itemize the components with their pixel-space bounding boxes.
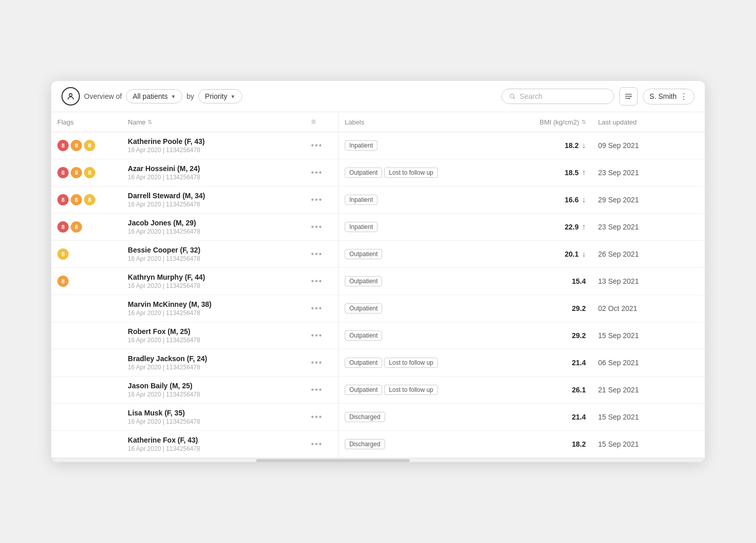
label-tag: Outpatient <box>345 249 382 259</box>
scrollbar-thumb[interactable] <box>256 459 410 462</box>
bmi-cell: 21.4 <box>508 349 592 377</box>
bmi-value: 16.6 <box>565 196 579 204</box>
flags-cell <box>51 404 122 431</box>
bmi-value: 15.4 <box>572 277 586 285</box>
row-menu-cell[interactable]: ••• <box>305 431 338 458</box>
table-row[interactable]: Katherine Fox (F, 43)16 Apr 2020 | 11342… <box>51 431 705 458</box>
name-cell[interactable]: Bradley Jackson (F, 24)16 Apr 2020 | 113… <box>122 349 305 377</box>
flag-badge-yellow: 8 <box>84 194 95 205</box>
table-row[interactable]: 8Bessie Cooper (F, 32)16 Apr 2020 | 1134… <box>51 241 705 268</box>
patient-name: Katherine Fox (F, 43) <box>128 436 299 444</box>
filter-button[interactable] <box>619 87 638 106</box>
row-menu-cell[interactable]: ••• <box>305 322 338 349</box>
table-row[interactable]: 8Kathryn Murphy (F, 44)16 Apr 2020 | 113… <box>51 268 705 295</box>
flags-cell: 8 <box>51 241 122 268</box>
name-cell[interactable]: Azar Hosseini (M, 24)16 Apr 2020 | 11342… <box>122 159 305 186</box>
patient-meta: 16 Apr 2020 | 1134256478 <box>128 445 299 452</box>
flags-header: Flags <box>51 112 122 132</box>
header: Overview of All patients ▼ by Priority ▼ <box>51 81 705 112</box>
bmi-value: 22.9 <box>565 223 579 231</box>
name-header[interactable]: Name ⇅ <box>122 112 305 132</box>
bmi-value: 26.1 <box>572 386 586 394</box>
row-menu-icon[interactable]: ••• <box>311 141 323 150</box>
table-row[interactable]: Jason Baily (M, 25)16 Apr 2020 | 1134256… <box>51 377 705 404</box>
header-right: S. Smith ⋮ <box>501 87 695 106</box>
name-cell[interactable]: Jacob Jones (M, 29)16 Apr 2020 | 1134256… <box>122 214 305 241</box>
bmi-down-icon: ↓ <box>582 195 586 204</box>
flags-cell: 888 <box>51 132 122 159</box>
patient-name: Robert Fox (M, 25) <box>128 327 299 336</box>
name-cell[interactable]: Marvin McKinney (M, 38)16 Apr 2020 | 113… <box>122 295 305 322</box>
row-menu-icon[interactable]: ••• <box>311 277 323 285</box>
name-cell[interactable]: Kathryn Murphy (F, 44)16 Apr 2020 | 1134… <box>122 268 305 295</box>
last-updated-cell: 15 Sep 2021 <box>592 404 705 431</box>
column-menu-icon[interactable]: ≡ <box>311 117 316 126</box>
name-cell[interactable]: Bessie Cooper (F, 32)16 Apr 2020 | 11342… <box>122 241 305 268</box>
table-row[interactable]: 888Azar Hosseini (M, 24)16 Apr 2020 | 11… <box>51 159 705 186</box>
name-cell[interactable]: Darrell Steward (M, 34)16 Apr 2020 | 113… <box>122 186 305 214</box>
table-row[interactable]: 88Jacob Jones (M, 29)16 Apr 2020 | 11342… <box>51 214 705 241</box>
bmi-header[interactable]: BMI (kg/cm2) ⇅ <box>508 112 592 132</box>
bmi-cell: 18.2 <box>508 431 592 458</box>
bmi-up-icon: ↑ <box>582 222 586 232</box>
labels-cell: OutpatientLost to follow up <box>338 349 507 377</box>
row-menu-cell[interactable]: ••• <box>305 295 338 322</box>
last-updated-cell: 29 Sep 2021 <box>592 186 705 214</box>
patient-meta: 16 Apr 2020 | 1134256478 <box>128 309 299 317</box>
row-menu-icon[interactable]: ••• <box>311 385 323 394</box>
row-menu-cell[interactable]: ••• <box>305 377 338 404</box>
label-tag: Inpatient <box>345 195 377 205</box>
horizontal-scrollbar[interactable] <box>51 458 705 462</box>
bmi-cell: 29.2 <box>508 322 592 349</box>
flags-cell: 88 <box>51 214 122 241</box>
table-row[interactable]: Robert Fox (M, 25)16 Apr 2020 | 11342564… <box>51 322 705 349</box>
row-menu-cell[interactable]: ••• <box>305 404 338 431</box>
row-menu-icon[interactable]: ••• <box>311 440 323 448</box>
patient-meta: 16 Apr 2020 | 1134256478 <box>128 228 299 235</box>
row-menu-icon[interactable]: ••• <box>311 358 323 367</box>
search-input[interactable] <box>520 92 607 100</box>
table-row[interactable]: Bradley Jackson (F, 24)16 Apr 2020 | 113… <box>51 349 705 377</box>
row-menu-icon[interactable]: ••• <box>311 168 323 177</box>
priority-button[interactable]: Priority ▼ <box>198 89 242 103</box>
labels-cell: Outpatient <box>338 241 507 268</box>
row-menu-icon[interactable]: ••• <box>311 222 323 231</box>
row-menu-cell[interactable]: ••• <box>305 132 338 159</box>
filter-icon <box>624 92 633 100</box>
all-patients-button[interactable]: All patients ▼ <box>126 89 182 103</box>
name-cell[interactable]: Katherine Poole (F, 43)16 Apr 2020 | 113… <box>122 132 305 159</box>
patient-name: Katherine Poole (F, 43) <box>128 137 299 145</box>
last-updated-cell: 23 Sep 2021 <box>592 159 705 186</box>
patient-name: Kathryn Murphy (F, 44) <box>128 273 299 281</box>
last-updated-cell: 21 Sep 2021 <box>592 377 705 404</box>
labels-cell: OutpatientLost to follow up <box>338 377 507 404</box>
row-menu-cell[interactable]: ••• <box>305 159 338 186</box>
row-menu-icon[interactable]: ••• <box>311 412 323 421</box>
name-cell[interactable]: Robert Fox (M, 25)16 Apr 2020 | 11342564… <box>122 322 305 349</box>
search-box[interactable] <box>501 89 614 104</box>
row-menu-icon[interactable]: ••• <box>311 249 323 258</box>
name-cell[interactable]: Lisa Musk (F, 35)16 Apr 2020 | 113425647… <box>122 404 305 431</box>
name-cell[interactable]: Jason Baily (M, 25)16 Apr 2020 | 1134256… <box>122 377 305 404</box>
row-menu-cell[interactable]: ••• <box>305 241 338 268</box>
table-row[interactable]: 888Katherine Poole (F, 43)16 Apr 2020 | … <box>51 132 705 159</box>
flag-badge-yellow: 8 <box>84 140 95 151</box>
row-menu-cell[interactable]: ••• <box>305 186 338 214</box>
flag-badge-yellow: 8 <box>84 167 95 178</box>
table-row[interactable]: 888Darrell Steward (M, 34)16 Apr 2020 | … <box>51 186 705 214</box>
row-menu-icon[interactable]: ••• <box>311 195 323 204</box>
table-container: Flags Name ⇅ ≡ Labels <box>51 112 705 462</box>
row-menu-icon[interactable]: ••• <box>311 331 323 340</box>
flags-cell: 888 <box>51 186 122 214</box>
row-menu-cell[interactable]: ••• <box>305 268 338 295</box>
row-menu-cell[interactable]: ••• <box>305 214 338 241</box>
name-cell[interactable]: Katherine Fox (F, 43)16 Apr 2020 | 11342… <box>122 431 305 458</box>
row-menu-icon[interactable]: ••• <box>311 304 323 312</box>
table-row[interactable]: Lisa Musk (F, 35)16 Apr 2020 | 113425647… <box>51 404 705 431</box>
row-menu-cell[interactable]: ••• <box>305 349 338 377</box>
table-row[interactable]: Marvin McKinney (M, 38)16 Apr 2020 | 113… <box>51 295 705 322</box>
label-tag: Outpatient <box>345 330 382 341</box>
user-button[interactable]: S. Smith ⋮ <box>643 89 695 105</box>
label-tag: Outpatient <box>345 276 382 286</box>
bmi-cell: 21.4 <box>508 404 592 431</box>
